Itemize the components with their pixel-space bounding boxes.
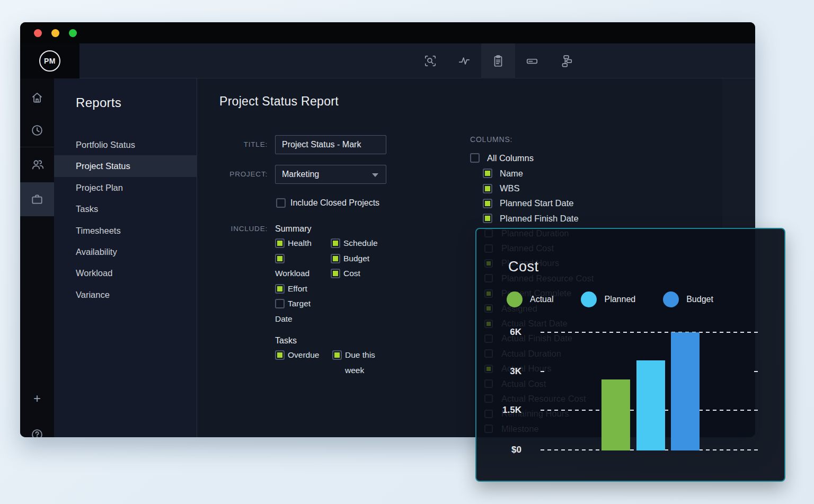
sidebar-add-button[interactable]: + [20, 384, 54, 413]
reports-panel: Reports Portfolio StatusProject StatusPr… [54, 78, 197, 437]
column-option-ghost-planned-duration-checkbox [484, 229, 493, 237]
column-option-ghost-actual-cost: Actual Cost [484, 376, 594, 391]
project-select-value: Marketing [282, 170, 319, 179]
include-option-target-date: Target Date [275, 296, 321, 326]
top-bar: PM [20, 43, 755, 78]
sidebar-help-button[interactable] [20, 420, 54, 437]
bar-budget [671, 332, 700, 450]
bar-planned [636, 360, 665, 450]
include-option-health-checkbox[interactable] [275, 238, 285, 248]
include-option-effort-label: Effort [288, 284, 307, 293]
plus-icon: + [33, 391, 41, 406]
column-option-name-label: Name [500, 169, 523, 179]
close-window-button[interactable] [34, 29, 42, 37]
card-view-icon [525, 54, 539, 68]
column-option-planned-finish-date: Planned Finish Date [483, 211, 579, 226]
sidebar-item-home[interactable] [20, 83, 54, 112]
workflow-icon [559, 54, 573, 68]
include-option-due-this-week-label: Due this week [345, 348, 379, 378]
column-option-wbs-label: WBS [500, 183, 520, 193]
column-option-ghost-actual-duration-checkbox [484, 349, 493, 358]
report-nav-variance[interactable]: Variance [54, 284, 197, 305]
tab-workflow[interactable] [549, 43, 583, 78]
include-option-overdue: Overdue [275, 348, 332, 378]
column-option-planned-start-date-checkbox[interactable] [483, 199, 492, 208]
report-clipboard-icon [491, 54, 505, 68]
title-input[interactable] [275, 135, 386, 154]
report-nav-tasks[interactable]: Tasks [54, 198, 197, 219]
desktop-background: PM [0, 0, 814, 504]
window-titlebar [20, 22, 755, 43]
include-option-budget-checkbox[interactable] [331, 254, 340, 263]
column-option-ghost-planned-duration: Planned Duration [484, 228, 594, 241]
column-option-planned-start-date: Planned Start Date [483, 196, 579, 211]
tab-activity[interactable] [447, 43, 481, 78]
report-nav-project-status[interactable]: Project Status [54, 155, 197, 176]
chevron-down-icon [372, 173, 378, 177]
include-closed-projects-checkbox[interactable] [276, 198, 286, 208]
zoom-search-icon [423, 54, 437, 68]
include-option-health: Health [275, 236, 321, 251]
gridline-edge-3k [754, 371, 758, 372]
project-select[interactable]: Marketing [275, 165, 386, 184]
app-logo[interactable]: PM [20, 43, 79, 78]
column-option-planned-finish-date-checkbox[interactable] [483, 214, 492, 223]
column-option-ghost-planned-cost-checkbox [484, 244, 493, 253]
include-option-cost-checkbox[interactable] [331, 269, 340, 278]
column-option-name-checkbox[interactable] [483, 169, 492, 178]
column-option-ghost-planned-hours-checkbox [484, 259, 493, 268]
column-option-ghost-actual-resource-cost-checkbox [484, 394, 493, 403]
briefcase-icon [30, 192, 44, 206]
tab-reports[interactable] [481, 43, 515, 78]
team-icon [30, 157, 45, 172]
summary-options: HealthWorkloadEffortTarget Date Schedule… [275, 236, 397, 326]
report-nav-project-plan[interactable]: Project Plan [54, 177, 197, 198]
maximize-window-button[interactable] [69, 29, 77, 37]
include-option-schedule-checkbox[interactable] [331, 238, 340, 248]
reports-list: Portfolio StatusProject StatusProject Pl… [54, 134, 197, 305]
sidebar-item-team[interactable] [20, 149, 54, 179]
tab-card-view[interactable] [515, 43, 549, 78]
include-field-label: INCLUDE: [197, 225, 268, 233]
reports-panel-title: Reports [76, 95, 121, 110]
sidebar-item-time[interactable] [20, 116, 54, 145]
tab-zoom-search[interactable] [413, 43, 447, 78]
include-option-target-date-checkbox[interactable] [275, 299, 285, 308]
columns-label: COLUMNS: [470, 131, 579, 147]
all-columns-checkbox[interactable] [470, 153, 480, 163]
column-option-planned-finish-date-label: Planned Finish Date [500, 214, 579, 224]
legend-item-budget: Budget [663, 291, 713, 307]
all-columns-label: All Columns [487, 153, 534, 163]
summary-group-label: Summary [275, 222, 397, 236]
column-option-wbs: WBS [483, 181, 579, 196]
project-field-label: PROJECT: [197, 170, 268, 178]
bar-actual [601, 379, 630, 450]
report-nav-availability[interactable]: Availability [54, 241, 197, 262]
y-tick-0: $0 [476, 445, 521, 455]
page-title: Project Status Report [219, 94, 339, 109]
report-nav-workload[interactable]: Workload [54, 262, 197, 284]
home-icon [30, 91, 44, 104]
column-option-wbs-checkbox[interactable] [483, 184, 492, 193]
column-option-ghost-actual-resource-cost: Actual Resource Cost [484, 391, 594, 406]
title-field-label: TITLE: [197, 140, 268, 148]
gridline-6k [541, 332, 758, 333]
pm-logo-icon: PM [39, 50, 60, 72]
minimize-window-button[interactable] [51, 29, 59, 37]
include-option-overdue-checkbox[interactable] [275, 350, 285, 360]
include-option-budget-label: Budget [343, 254, 369, 263]
include-closed-projects-label: Include Closed Projects [290, 198, 379, 208]
sidebar-item-projects[interactable] [20, 184, 54, 214]
include-option-due-this-week-checkbox[interactable] [332, 350, 342, 360]
report-nav-portfolio-status[interactable]: Portfolio Status [54, 134, 197, 155]
help-icon [30, 428, 44, 437]
toolbar-tabstrip [413, 43, 583, 78]
include-option-cost: Cost [331, 266, 384, 281]
include-section: Summary HealthWorkloadEffortTarget Date … [275, 222, 397, 378]
report-nav-timesheets[interactable]: Timesheets [54, 220, 197, 241]
y-tick-3k: 3K [476, 366, 521, 377]
include-option-effort-checkbox[interactable] [275, 284, 285, 294]
include-option-workload-checkbox[interactable] [275, 254, 285, 263]
include-option-overdue-label: Overdue [288, 350, 319, 359]
gridline-edge-3k [541, 371, 544, 372]
